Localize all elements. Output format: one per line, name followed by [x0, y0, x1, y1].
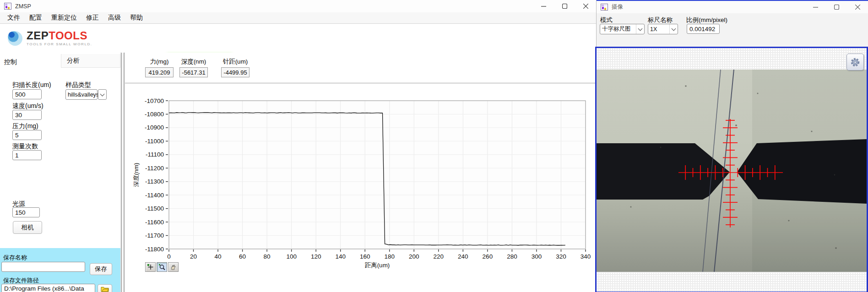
separator — [125, 83, 597, 83]
minimize-button[interactable] — [533, 0, 554, 12]
camera-maximize-button[interactable] — [826, 1, 847, 13]
menubar: 文件 配置 重新定位 修正 高级 帮助 — [0, 12, 596, 24]
speed-input[interactable] — [12, 110, 42, 120]
save-name-input[interactable] — [1, 262, 85, 272]
chevron-down-icon — [638, 26, 643, 31]
sample-type-label: 样品类型 — [65, 81, 91, 89]
sample-type-dropdown-arrow[interactable] — [98, 89, 107, 100]
camera-live-image — [597, 70, 867, 272]
scan-length-input[interactable] — [12, 89, 42, 99]
menu-advanced[interactable]: 高级 — [103, 14, 125, 22]
ruler-dropdown-arrow[interactable] — [669, 24, 678, 34]
mode-label: 模式 — [600, 16, 613, 24]
crosshair-cursor-icon — [147, 264, 154, 270]
cursor-tool-button[interactable] — [145, 262, 156, 272]
ruler-name-value: 1X — [648, 26, 669, 32]
window-title: ZMSP — [15, 3, 31, 10]
save-panel: 保存名称 保存 保存文件路径 — [0, 248, 120, 292]
measurement-area: 力(mg) 419.209 深度(nm) -5617.31 针距(um) -44… — [125, 53, 597, 292]
needle-gap-label: 针距(um) — [221, 58, 250, 66]
camera-titlebar: 摄像 — [597, 1, 868, 13]
mode-dropdown[interactable]: 十字标尺图 — [600, 24, 645, 34]
depth-label: 深度(nm) — [179, 58, 208, 66]
mode-value: 十字标尺图 — [600, 25, 636, 33]
svg-text:深度(nm): 深度(nm) — [133, 163, 140, 188]
zeptools-logo-icon — [6, 29, 23, 47]
pressure-label: 压力(mg) — [12, 122, 38, 130]
svg-text:-11800: -11800 — [145, 246, 164, 253]
dust-specks — [630, 85, 837, 249]
camera-settings-button[interactable] — [846, 54, 864, 70]
svg-text:180: 180 — [384, 253, 395, 260]
header-bar: ZEPTOOLS TOOLS FOR SMALL WORLD. 扫描 准备 停止 — [0, 24, 596, 53]
svg-text:-11100: -11100 — [146, 151, 164, 158]
menu-file[interactable]: 文件 — [3, 14, 25, 22]
crosshair-reticle — [678, 119, 783, 227]
camera-app-icon — [601, 4, 608, 11]
maximize-button[interactable] — [554, 0, 575, 12]
save-path-input[interactable] — [1, 284, 95, 292]
svg-text:-11600: -11600 — [145, 219, 164, 226]
panel-splitter[interactable] — [121, 53, 125, 292]
svg-text:40: 40 — [215, 253, 222, 260]
mode-dropdown-arrow[interactable] — [636, 24, 644, 34]
svg-text:距离(um): 距离(um) — [365, 262, 390, 269]
logo-text: ZEPTOOLS — [27, 30, 92, 41]
gear-icon — [850, 57, 860, 67]
camera-minimize-button[interactable] — [805, 1, 826, 13]
svg-text:320: 320 — [556, 253, 566, 260]
needle-gap-value: -4499.95 — [221, 67, 250, 77]
sample-type-dropdown[interactable]: hills&valleys — [65, 89, 98, 100]
force-readout: 力(mg) 419.209 — [145, 58, 174, 77]
zmsp-window: ZMSP 文件 配置 重新定位 修正 高级 帮助 ZEPTOOLS TOOLS … — [0, 0, 597, 292]
zeptools-logo: ZEPTOOLS TOOLS FOR SMALL WORLD. — [6, 29, 92, 47]
svg-text:-10800: -10800 — [145, 111, 164, 118]
menu-correction[interactable]: 修正 — [81, 14, 103, 22]
pressure-input[interactable] — [12, 130, 42, 140]
menu-reposition[interactable]: 重新定位 — [47, 14, 81, 22]
scale-input[interactable] — [687, 24, 720, 34]
depth-readout: 深度(nm) -5617.31 — [179, 58, 208, 77]
sample-type-value: hills&valleys — [66, 92, 99, 98]
browse-folder-button[interactable] — [98, 284, 112, 292]
svg-text:160: 160 — [360, 253, 370, 260]
hand-icon — [170, 264, 177, 270]
svg-text:280: 280 — [507, 253, 517, 260]
svg-text:140: 140 — [335, 253, 346, 260]
left-probe-silhouette — [597, 143, 730, 200]
camera-close-button[interactable] — [847, 1, 868, 13]
speed-label: 速度(um/s) — [12, 102, 43, 110]
force-value: 419.209 — [145, 67, 174, 77]
fiber-edge-line — [714, 70, 734, 272]
graph-toolbar — [145, 262, 179, 272]
save-button[interactable]: 保存 — [90, 263, 112, 275]
light-source-input[interactable] — [12, 207, 40, 217]
svg-text:340: 340 — [580, 253, 591, 260]
right-probe-silhouette — [737, 139, 867, 204]
camera-panel — [595, 47, 868, 292]
svg-text:120: 120 — [311, 253, 321, 260]
tab-control[interactable]: 控制 — [4, 58, 17, 66]
pan-tool-button[interactable] — [168, 262, 179, 272]
depth-value: -5617.31 — [179, 67, 208, 77]
shading — [752, 70, 867, 272]
scale-label: 比例(mm/pixel) — [686, 16, 727, 24]
close-button[interactable] — [575, 0, 596, 12]
camera-button[interactable]: 相机 — [13, 221, 42, 234]
menu-help[interactable]: 帮助 — [125, 14, 147, 22]
magnifier-icon — [158, 264, 165, 270]
menu-config[interactable]: 配置 — [25, 14, 47, 22]
svg-text:200: 200 — [409, 253, 419, 260]
ruler-name-label: 标尺名称 — [648, 16, 673, 24]
logo-subtitle: TOOLS FOR SMALL WORLD. — [27, 43, 92, 46]
svg-text:20: 20 — [190, 253, 197, 260]
svg-text:220: 220 — [434, 253, 444, 260]
depth-profile-chart: -10700-10800-10900-11000-11100-11200-113… — [125, 83, 597, 292]
ruler-name-dropdown[interactable]: 1X — [648, 24, 678, 34]
svg-text:0: 0 — [167, 253, 171, 260]
tab-analysis[interactable]: 分析 — [61, 54, 120, 68]
svg-text:-10700: -10700 — [145, 97, 164, 104]
measure-count-input[interactable] — [12, 150, 42, 160]
zoom-tool-button[interactable] — [157, 262, 167, 272]
svg-text:-11700: -11700 — [145, 232, 164, 239]
